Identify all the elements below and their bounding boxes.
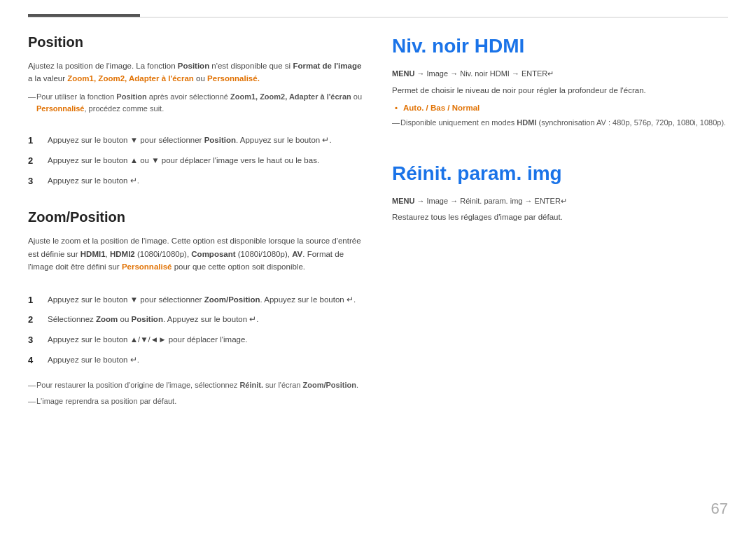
zoom-step-1: 1 Appuyez sur le bouton ▼ pour sélection… [28,293,364,308]
reinit-title: Réinit. param. img [392,159,728,188]
hdmi-title: Niv. noir HDMI [392,31,728,61]
hdmi-section: Niv. noir HDMI MENU → Image → Niv. noir … [392,31,728,129]
position-note: Pour utiliser la fonction Position après… [28,91,364,115]
hdmi-note: Disponible uniquement en modes HDMI (syn… [392,117,728,129]
right-column: Niv. noir HDMI MENU → Image → Niv. noir … [392,31,728,412]
position-step-3: 3 Appuyez sur le bouton ↵. [28,174,364,189]
zoom-step-2: 2 Sélectionnez Zoom ou Position. Appuyez… [28,313,364,328]
zoom-intro: Ajuste le zoom et la position de l'image… [28,234,364,273]
position-title: Position [28,31,364,52]
position-section: Position Ajustez la position de l'image.… [28,31,364,188]
reinit-desc: Restaurez tous les réglages d'image par … [392,211,728,223]
zoom-note-1: Pour restaurer la position d'origine de … [28,379,364,392]
hdmi-desc: Permet de choisir le niveau de noir pour… [392,84,728,97]
position-intro: Ajustez la position de l'image. La fonct… [28,59,364,85]
zoom-step-3: 3 Appuyez sur le bouton ▲/▼/◄► pour dépl… [28,333,364,348]
position-step-1: 1 Appuyez sur le bouton ▼ pour sélection… [28,134,364,148]
zoom-section: Zoom/Position Ajuste le zoom et la posit… [28,206,364,408]
zoom-step-4: 4 Appuyez sur le bouton ↵. [28,353,364,368]
hdmi-options: Auto. / Bas / Normal [392,102,728,114]
position-step-2: 2 Appuyez sur le bouton ▲ ou ▼ pour dépl… [28,154,364,169]
left-column: Position Ajustez la position de l'image.… [28,31,364,412]
zoom-title: Zoom/Position [28,206,364,227]
reinit-menu-path: MENU → Image → Réinit. param. img → ENTE… [392,195,728,207]
zoom-note-2: L'image reprendra sa position par défaut… [28,395,364,408]
page-number: 67 [711,497,728,520]
reinit-section: Réinit. param. img MENU → Image → Réinit… [392,159,728,224]
hdmi-menu-path: MENU → Image → Niv. noir HDMI → ENTER↵ [392,68,728,80]
